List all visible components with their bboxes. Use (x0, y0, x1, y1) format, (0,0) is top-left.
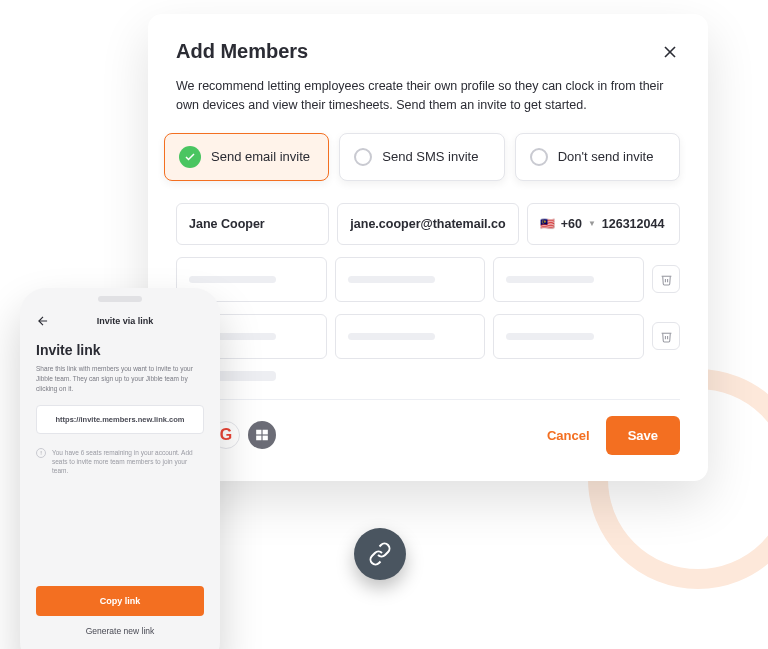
delete-row-button[interactable] (652, 265, 680, 293)
seats-info: ! You have 6 seats remaining in your acc… (36, 448, 204, 475)
country-code: +60 (561, 217, 582, 231)
modal-title: Add Members (176, 40, 308, 63)
link-badge[interactable] (354, 528, 406, 580)
svg-rect-2 (256, 430, 261, 435)
chevron-down-icon: ▼ (588, 219, 596, 228)
name-input[interactable]: Jane Cooper (176, 203, 329, 245)
member-row-placeholder (176, 257, 680, 302)
radio-icon (354, 148, 372, 166)
add-members-modal: Add Members We recommend letting employe… (148, 14, 708, 481)
option-dont-send[interactable]: Don't send invite (515, 133, 680, 181)
phone-input[interactable] (493, 257, 644, 302)
back-icon[interactable] (36, 314, 50, 328)
svg-rect-4 (256, 436, 261, 441)
phone-input[interactable] (493, 314, 644, 359)
email-input[interactable]: jane.cooper@thatemail.co (337, 203, 518, 245)
check-icon (179, 146, 201, 168)
flag-icon: 🇲🇾 (540, 217, 555, 231)
link-icon (368, 542, 392, 566)
close-icon[interactable] (660, 42, 680, 62)
option-send-email[interactable]: Send email invite (164, 133, 329, 181)
copy-link-button[interactable]: Copy link (36, 586, 204, 616)
generate-link-button[interactable]: Generate new link (36, 626, 204, 636)
info-icon: ! (36, 448, 46, 458)
option-label: Send email invite (211, 149, 310, 164)
option-label: Send SMS invite (382, 149, 478, 164)
windows-import-button[interactable] (248, 421, 276, 449)
mobile-page-title: Invite link (36, 342, 204, 358)
option-send-sms[interactable]: Send SMS invite (339, 133, 504, 181)
invite-type-options: Send email invite Send SMS invite Don't … (164, 133, 680, 181)
delete-row-button[interactable] (652, 322, 680, 350)
phone-number: 126312044 (602, 217, 665, 231)
email-input[interactable] (335, 257, 486, 302)
svg-rect-3 (263, 430, 268, 435)
member-row-placeholder (176, 314, 680, 359)
mobile-header-title: Invite via link (60, 316, 190, 326)
radio-icon (530, 148, 548, 166)
phone-input[interactable]: 🇲🇾 +60 ▼ 126312044 (527, 203, 680, 245)
save-button[interactable]: Save (606, 416, 680, 455)
cancel-button[interactable]: Cancel (541, 418, 596, 453)
option-label: Don't send invite (558, 149, 654, 164)
invite-link-field[interactable]: https://invite.members.new.link.com (36, 405, 204, 434)
modal-description: We recommend letting employees create th… (176, 77, 680, 115)
email-input[interactable] (335, 314, 486, 359)
mobile-description: Share this link with members you want to… (36, 364, 204, 393)
svg-rect-5 (263, 436, 268, 441)
mobile-mockup: Invite via link Invite link Share this l… (20, 288, 220, 649)
member-row: Jane Cooper jane.cooper@thatemail.co 🇲🇾 … (176, 203, 680, 245)
